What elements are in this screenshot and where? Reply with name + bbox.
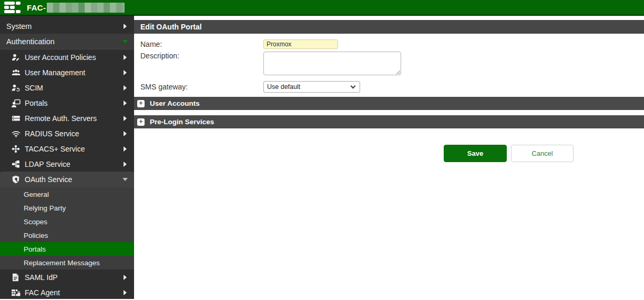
oauth-submenu: General Relying Party Scopes Policies Po… <box>0 187 134 269</box>
shield-key-icon <box>12 175 21 184</box>
sidebar-item-label: RADIUS Service <box>25 129 79 138</box>
sidebar-item-label: Relying Party <box>24 204 66 212</box>
sidebar-item-label: Scopes <box>24 218 47 226</box>
sidebar-item-saml-idp[interactable]: SAML IdP <box>0 269 134 285</box>
page-title-bar: Edit OAuth Portal <box>134 20 644 34</box>
section-label: User Accounts <box>150 99 200 107</box>
chevron-right-icon <box>124 55 127 60</box>
sidebar-item-label: SCIM <box>25 84 43 92</box>
section-label: Pre-Login Services <box>150 118 214 126</box>
sidebar-item-label: OAuth Service <box>25 175 72 184</box>
chevron-right-icon <box>124 24 127 29</box>
cancel-button[interactable]: Cancel <box>511 145 574 162</box>
description-textarea[interactable] <box>263 52 401 75</box>
sidebar-item-oauth-relying-party[interactable]: Relying Party <box>0 201 134 215</box>
sidebar-item-label: TACACS+ Service <box>25 145 85 153</box>
save-button[interactable]: Save <box>444 145 507 162</box>
document-icon <box>12 273 21 282</box>
main-content: Edit OAuth Portal Name: Description: SMS… <box>134 16 644 299</box>
sidebar-nav: System Authentication User Account Polic… <box>0 16 134 299</box>
sidebar-item-label: FAC Agent <box>25 288 60 297</box>
sidebar-item-label: System <box>6 22 32 31</box>
redacted-hostname <box>47 3 125 13</box>
device-name-prefix: FAC- <box>27 3 46 12</box>
expand-plus-icon[interactable]: + <box>137 118 145 126</box>
tree-icon <box>12 160 21 168</box>
chevron-right-icon <box>124 116 127 121</box>
sms-gateway-select[interactable]: Use default <box>263 81 360 93</box>
sidebar-item-label: General <box>24 191 49 198</box>
sidebar-item-scim[interactable]: SCIM <box>0 80 134 95</box>
chevron-down-icon <box>122 178 128 181</box>
chevron-right-icon <box>124 146 127 152</box>
sidebar-item-oauth-general[interactable]: General <box>0 187 134 201</box>
sms-gateway-label: SMS gateway: <box>140 83 263 91</box>
form-actions: Save Cancel <box>134 145 644 162</box>
chevron-right-icon <box>124 70 127 75</box>
sidebar-item-remote-auth-servers[interactable]: Remote Auth. Servers <box>0 111 134 126</box>
sidebar-item-system[interactable]: System <box>0 19 134 34</box>
sidebar-item-label: Portals <box>24 245 46 253</box>
chevron-right-icon <box>124 85 127 91</box>
oauth-portal-form: Name: Description: SMS gateway: Use defa… <box>134 34 644 93</box>
chevron-right-icon <box>124 101 127 106</box>
expand-plus-icon[interactable]: + <box>137 100 145 107</box>
chevron-right-icon <box>124 275 127 280</box>
fortinet-logo-icon <box>4 2 21 13</box>
sidebar-item-oauth-policies[interactable]: Policies <box>0 228 134 242</box>
app-header: FAC- <box>0 0 644 16</box>
chevron-down-icon <box>122 40 128 43</box>
sidebar-item-radius-service[interactable]: RADIUS Service <box>0 126 134 141</box>
sidebar-item-label: Portals <box>25 99 48 107</box>
user-edit-icon <box>12 53 21 62</box>
sidebar-item-oauth-scopes[interactable]: Scopes <box>0 215 134 228</box>
chevron-right-icon <box>124 290 127 295</box>
chevron-right-icon <box>124 131 127 136</box>
sidebar-item-portals[interactable]: Portals <box>0 95 134 111</box>
sidebar-item-ldap-service[interactable]: LDAP Service <box>0 156 134 172</box>
servers-icon <box>12 114 21 123</box>
sidebar-item-tacacs-service[interactable]: TACACS+ Service <box>0 141 134 156</box>
sidebar-item-fac-agent[interactable]: FAC Agent <box>0 285 134 300</box>
sidebar-item-label: Policies <box>24 232 48 239</box>
name-label: Name: <box>140 40 263 48</box>
fac-agent-icon <box>12 288 21 297</box>
sidebar-item-label: User Account Policies <box>25 53 96 62</box>
sidebar-item-oauth-service[interactable]: OAuth Service <box>0 172 134 187</box>
sidebar-item-label: User Management <box>25 68 85 77</box>
sidebar-item-label: Authentication <box>6 37 55 46</box>
sidebar-item-oauth-portals[interactable]: Portals <box>0 242 134 256</box>
sidebar-item-label: LDAP Service <box>25 160 70 168</box>
page-title: Edit OAuth Portal <box>140 23 202 31</box>
sidebar-item-authentication[interactable]: Authentication <box>0 34 134 49</box>
wifi-icon <box>12 129 21 138</box>
chevron-right-icon <box>124 162 127 167</box>
sidebar-item-user-management[interactable]: User Management <box>0 65 134 80</box>
sidebar-item-oauth-replacement-messages[interactable]: Replacement Messages <box>0 256 134 269</box>
description-label: Description: <box>140 52 263 60</box>
section-pre-login-services[interactable]: + Pre-Login Services <box>134 115 644 128</box>
users-icon <box>12 68 21 77</box>
sidebar-item-user-account-policies[interactable]: User Account Policies <box>0 49 134 65</box>
name-input[interactable] <box>263 39 338 49</box>
user-window-icon <box>12 99 21 107</box>
section-user-accounts[interactable]: + User Accounts <box>134 97 644 110</box>
sidebar-item-label: SAML IdP <box>25 273 58 282</box>
sidebar-item-label: Remote Auth. Servers <box>25 114 97 123</box>
sidebar-item-label: Replacement Messages <box>24 259 100 267</box>
network-icon <box>12 145 21 153</box>
user-sync-icon <box>12 84 21 92</box>
